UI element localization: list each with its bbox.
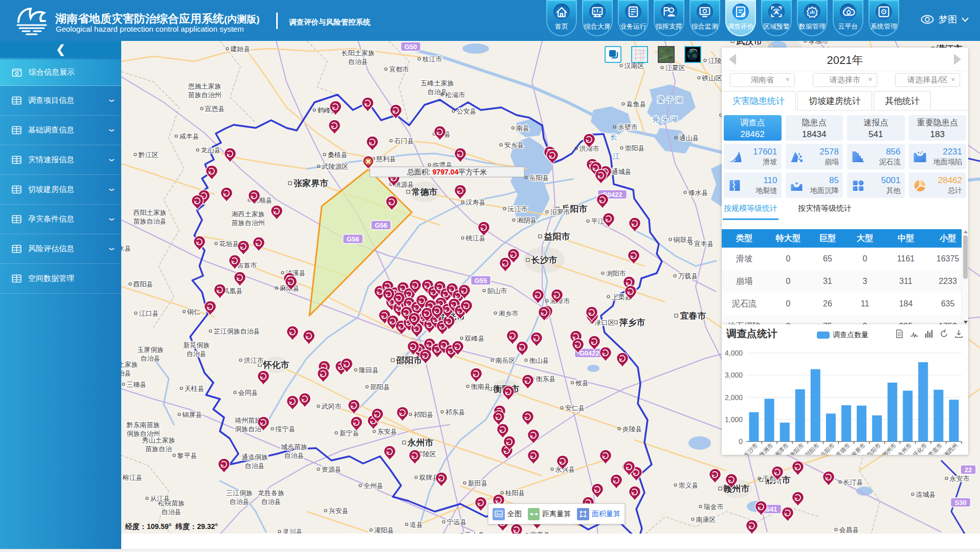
svg-text:芷江侗族自治县: 芷江侗族自治县 — [214, 327, 260, 335]
svg-text:自治县: 自治县 — [230, 498, 250, 505]
svg-text:湘潭市: 湘潭市 — [773, 442, 790, 455]
svg-text:铜仁: 铜仁 — [187, 308, 201, 316]
svg-text:长汀县: 长汀县 — [843, 478, 863, 486]
svg-text:黔东南苗族: 黔东南苗族 — [127, 421, 160, 429]
svg-text:自治县: 自治县 — [348, 58, 368, 65]
svg-text:铁山区: 铁山区 — [702, 74, 722, 82]
svg-text:公安县: 公安县 — [457, 107, 477, 115]
svg-text:怀化市: 怀化市 — [263, 360, 289, 370]
svg-text:益阳市: 益阳市 — [865, 442, 882, 455]
svg-text:浏阳市: 浏阳市 — [606, 270, 626, 277]
svg-text:会昌县: 会昌县 — [839, 526, 859, 534]
svg-text:自治县: 自治县 — [245, 462, 265, 470]
svg-text:道县: 道县 — [410, 521, 423, 528]
svg-text:新晃侗族: 新晃侗族 — [183, 341, 210, 349]
svg-text:邵阳县: 邵阳县 — [370, 383, 390, 391]
svg-text:常德市: 常德市 — [835, 442, 851, 455]
svg-text:龙胜各族: 龙胜各族 — [258, 489, 284, 497]
svg-text:沅江市: 沅江市 — [507, 205, 528, 213]
svg-text:桑植县: 桑植县 — [328, 151, 348, 159]
svg-text:长沙市: 长沙市 — [531, 255, 558, 265]
svg-text:花垣县: 花垣县 — [219, 240, 239, 248]
svg-text:三穗县: 三穗县 — [127, 381, 147, 388]
svg-text:1,000: 1,000 — [725, 415, 743, 424]
svg-text:4,000: 4,000 — [725, 349, 743, 357]
svg-text:西阳土家族: 西阳土家族 — [133, 209, 167, 216]
svg-text:慈利县: 慈利县 — [376, 155, 396, 163]
svg-text:张家界市: 张家界市 — [846, 442, 866, 455]
svg-text:邵阳市: 邵阳市 — [396, 356, 422, 365]
svg-text:宣恩县: 宣恩县 — [205, 105, 225, 113]
svg-text:自治县: 自治县 — [162, 508, 182, 516]
svg-text:全州县: 全州县 — [364, 482, 384, 490]
svg-text:宜春市: 宜春市 — [680, 311, 706, 321]
svg-text:榕江县: 榕江县 — [122, 474, 143, 481]
svg-text:桂阳县: 桂阳县 — [505, 489, 525, 497]
svg-text:长阳土家族: 长阳土家族 — [342, 49, 375, 57]
svg-text:炎陵县: 炎陵县 — [622, 425, 642, 433]
svg-text:崇阳县: 崇阳县 — [625, 144, 645, 152]
svg-text:崇义县: 崇义县 — [679, 481, 699, 489]
svg-text:安乡县: 安乡县 — [504, 141, 524, 149]
svg-text:会同县: 会同县 — [238, 389, 258, 396]
svg-text:邵阳市: 邵阳市 — [804, 442, 820, 455]
svg-text:连城县: 连城县 — [916, 491, 936, 498]
svg-text:宁远县: 宁远县 — [447, 518, 467, 526]
svg-text:咸丰县: 咸丰县 — [180, 133, 199, 140]
svg-text:汉寿县: 汉寿县 — [466, 198, 486, 206]
svg-text:武汉市: 武汉市 — [736, 41, 763, 46]
svg-text:秀山土家族: 秀山土家族 — [142, 436, 175, 444]
svg-text:娄底市: 娄底市 — [927, 442, 943, 455]
svg-text:通城县: 通城县 — [612, 168, 632, 175]
svg-text:孝感市: 孝感市 — [809, 41, 829, 45]
svg-text:南县: 南县 — [516, 124, 529, 132]
svg-text:宜丰县: 宜丰县 — [694, 240, 714, 248]
svg-text:湘乡市: 湘乡市 — [499, 310, 519, 317]
svg-text:渌口区: 渌口区 — [594, 319, 615, 326]
svg-text:自治县: 自治县 — [121, 369, 131, 377]
svg-text:苗族自治州: 苗族自治州 — [188, 91, 221, 99]
svg-text:永州市: 永州市 — [896, 442, 912, 455]
svg-text:永安市: 永安市 — [950, 475, 970, 482]
svg-text:五峰土家族: 五峰土家族 — [421, 79, 454, 87]
svg-text:永州市: 永州市 — [407, 437, 434, 448]
svg-text:安仁县: 安仁县 — [565, 404, 585, 412]
svg-text:岳阳县: 岳阳县 — [529, 174, 549, 182]
svg-text:洪江市: 洪江市 — [244, 357, 264, 364]
svg-text:松滋市: 松滋市 — [445, 91, 465, 99]
svg-text:武陵源区: 武陵源区 — [321, 163, 348, 170]
svg-text:通山县: 通山县 — [679, 134, 699, 142]
svg-text:张家界市: 张家界市 — [294, 178, 328, 188]
svg-text:衡山县: 衡山县 — [529, 357, 549, 364]
svg-text:自治县: 自治县 — [428, 88, 448, 96]
svg-text:天柱县: 天柱县 — [185, 385, 205, 392]
svg-text:从江县: 从江县 — [150, 495, 170, 502]
svg-text:郴州市: 郴州市 — [881, 442, 897, 455]
svg-text:兴安县: 兴安县 — [329, 507, 349, 515]
svg-text:新田县: 新田县 — [468, 479, 488, 487]
svg-text:湘西土家族: 湘西土家族 — [232, 210, 265, 218]
svg-text:江夏区: 江夏区 — [665, 64, 685, 72]
svg-text:22: 22 — [965, 466, 972, 474]
svg-text:宜都市: 宜都市 — [389, 65, 409, 73]
svg-text:嘉鱼县: 嘉鱼县 — [627, 100, 647, 108]
svg-text:江: 江 — [613, 152, 620, 160]
svg-text:通道侗族: 通道侗族 — [241, 453, 268, 461]
svg-text:赣州市: 赣州市 — [723, 484, 750, 494]
svg-text:绥宁县: 绥宁县 — [276, 425, 296, 433]
svg-text:彭水县: 彭水县 — [121, 245, 131, 252]
svg-text:双峰县: 双峰县 — [464, 335, 485, 342]
svg-text:锦屏县: 锦屏县 — [182, 411, 203, 418]
svg-text:株洲市: 株洲市 — [758, 442, 774, 455]
svg-text:龙山县: 龙山县 — [201, 146, 221, 154]
svg-text:怀化市: 怀化市 — [911, 442, 928, 455]
svg-text:G55: G55 — [475, 277, 487, 284]
svg-text:苗族自治: 苗族自治 — [145, 445, 172, 453]
svg-text:万载县: 万载县 — [678, 272, 698, 280]
svg-text:岳阳市: 岳阳市 — [819, 442, 836, 455]
svg-text:萍乡市: 萍乡市 — [619, 318, 645, 327]
svg-text:东安县: 东安县 — [377, 428, 397, 435]
svg-text:灵川县: 灵川县 — [283, 528, 303, 534]
svg-text:资源县: 资源县 — [322, 466, 342, 473]
svg-text:自治县: 自治县 — [187, 350, 207, 358]
